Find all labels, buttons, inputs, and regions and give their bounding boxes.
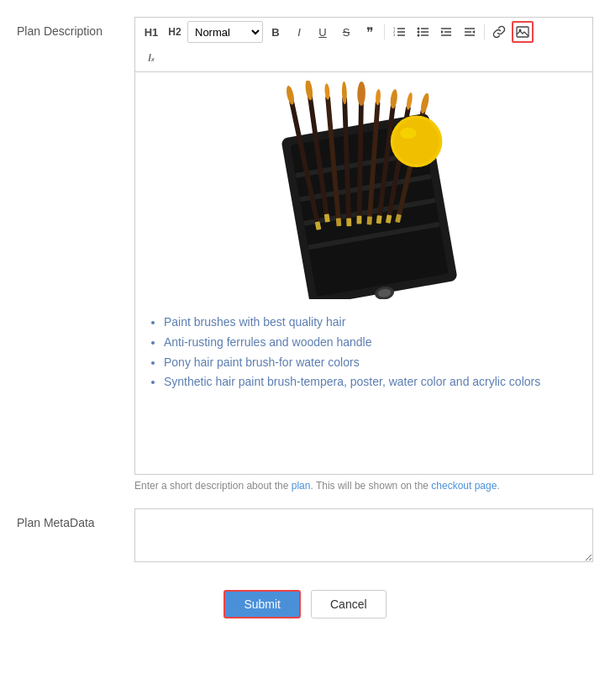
plan-description-row: Plan Description H1 H2 Normal Heading 1 …: [17, 17, 593, 492]
toolbar-underline-button[interactable]: U: [312, 21, 334, 43]
plan-metadata-input[interactable]: [134, 508, 593, 562]
toolbar-strikethrough-button[interactable]: S: [335, 21, 357, 43]
indent-left-icon: [439, 25, 453, 39]
svg-point-59: [400, 128, 416, 139]
toolbar-row-2: Ix: [140, 46, 587, 68]
svg-point-6: [418, 28, 420, 30]
editor-help-text: Enter a short description about the plan…: [134, 480, 593, 492]
help-text-checkout: checkout page: [431, 480, 497, 492]
toolbar-image-button[interactable]: [512, 21, 534, 43]
svg-rect-20: [517, 27, 528, 37]
svg-rect-46: [367, 216, 372, 224]
toolbar-h2-button[interactable]: H2: [164, 21, 186, 43]
link-icon: [492, 25, 506, 39]
toolbar-indent-right-button[interactable]: [459, 21, 481, 43]
toolbar-format-select[interactable]: Normal Heading 1 Heading 2 Heading 3: [187, 21, 263, 43]
image-icon: [516, 25, 529, 39]
list-item: Paint brushes with best quality hair: [164, 313, 584, 333]
editor-wrapper: H1 H2 Normal Heading 1 Heading 2 Heading…: [134, 17, 593, 492]
toolbar-quote-button[interactable]: ❞: [359, 21, 381, 43]
toolbar-clear-format-button[interactable]: Ix: [140, 46, 162, 68]
editor-toolbar: H1 H2 Normal Heading 1 Heading 2 Heading…: [134, 17, 593, 71]
svg-text:3: 3: [393, 33, 396, 37]
ul-icon: [416, 25, 429, 39]
plan-metadata-label: Plan MetaData: [17, 508, 134, 532]
plan-metadata-row: Plan MetaData: [17, 508, 593, 565]
ol-icon: 1 2 3: [392, 25, 406, 39]
svg-point-7: [418, 31, 420, 34]
editor-content[interactable]: Paint brushes with best quality hair Ant…: [134, 71, 593, 475]
svg-marker-15: [441, 30, 444, 34]
svg-rect-40: [346, 218, 351, 227]
svg-rect-43: [357, 216, 362, 224]
svg-marker-19: [472, 30, 475, 34]
svg-point-58: [394, 118, 439, 164]
toolbar-bold-button[interactable]: B: [265, 21, 287, 43]
svg-point-44: [357, 82, 365, 106]
list-item: Pony hair paint brush-for water colors: [164, 353, 584, 373]
svg-rect-49: [376, 215, 382, 224]
list-item: Anti-rusting ferrules and wooden handle: [164, 333, 584, 353]
cancel-button[interactable]: Cancel: [311, 590, 387, 618]
help-text-plan: plan: [292, 480, 311, 492]
editor-bullet-list: Paint brushes with best quality hair Ant…: [144, 313, 584, 392]
toolbar-link-button[interactable]: [488, 21, 510, 43]
list-item: Synthetic hair paint brush-tempera, post…: [164, 372, 584, 392]
submit-button[interactable]: Submit: [223, 590, 301, 618]
form-buttons: Submit Cancel: [17, 590, 593, 618]
svg-rect-37: [336, 218, 342, 226]
toolbar-divider-1: [384, 24, 385, 39]
toolbar-indent-left-button[interactable]: [435, 21, 457, 43]
paintbrush-image: [255, 81, 473, 299]
editor-image-area: [144, 81, 584, 299]
toolbar-italic-button[interactable]: I: [288, 21, 310, 43]
toolbar-divider-2: [484, 24, 485, 39]
toolbar-ol-button[interactable]: 1 2 3: [388, 21, 410, 43]
indent-right-icon: [463, 25, 476, 39]
metadata-wrap: [134, 508, 593, 565]
svg-point-8: [418, 34, 420, 37]
toolbar-ul-button[interactable]: [412, 21, 434, 43]
plan-description-label: Plan Description: [17, 17, 134, 40]
toolbar-h1-button[interactable]: H1: [140, 21, 162, 43]
